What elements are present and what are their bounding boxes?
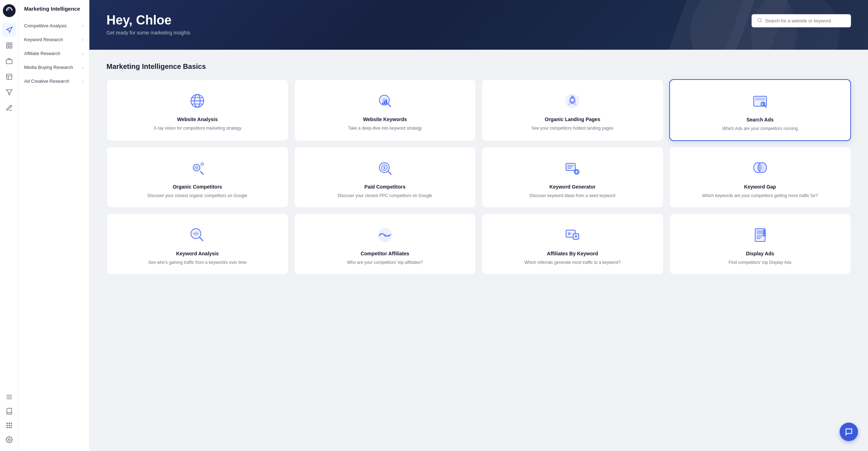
card-description: Take a deep-dive into keyword strategy bbox=[348, 125, 422, 131]
chevron-right-icon: › bbox=[82, 23, 83, 28]
book-nav-icon[interactable] bbox=[2, 404, 16, 418]
card-paid-competitors[interactable]: $ Paid Competitors Discover your closest… bbox=[294, 147, 476, 208]
svg-point-12 bbox=[9, 423, 10, 424]
svg-point-34 bbox=[571, 99, 574, 102]
card-display-ads[interactable]: Display Ads Find competitors' top Displa… bbox=[669, 213, 851, 275]
card-title: Organic Landing Pages bbox=[545, 116, 600, 122]
svg-rect-32 bbox=[386, 99, 387, 104]
settings-nav-icon[interactable] bbox=[2, 433, 16, 447]
svg-text:$: $ bbox=[762, 103, 763, 106]
sidebar-item-label: Ad Creative Research bbox=[24, 78, 69, 84]
card-website-analysis[interactable]: Website Analysis X-ray vision for compet… bbox=[106, 79, 289, 141]
grid-nav-icon[interactable] bbox=[2, 38, 16, 53]
card-title: Website Analysis bbox=[177, 116, 218, 122]
menu-nav-icon[interactable] bbox=[2, 390, 16, 404]
gap-icon bbox=[750, 158, 770, 178]
chat-fab-button[interactable] bbox=[840, 423, 858, 441]
svg-rect-36 bbox=[755, 98, 765, 100]
card-affiliates-by-keyword[interactable]: Affiliates By Keyword Which referrals ge… bbox=[482, 213, 664, 275]
card-description: Who are your competitors' top affiliates… bbox=[347, 259, 423, 266]
card-description: Discover your closest PPC competitors on… bbox=[338, 192, 432, 199]
card-title: Competitor Affiliates bbox=[361, 251, 409, 256]
svg-point-15 bbox=[9, 425, 10, 426]
card-organic-landing-pages[interactable]: Organic Landing Pages See your competito… bbox=[482, 79, 664, 141]
rocket-icon bbox=[562, 91, 582, 111]
chevron-right-icon: › bbox=[82, 79, 83, 84]
chart-nav-icon[interactable] bbox=[2, 70, 16, 84]
header-text: Hey, Chloe Get ready for some marketing … bbox=[106, 13, 191, 36]
svg-rect-3 bbox=[6, 46, 9, 48]
card-title: Display Ads bbox=[746, 251, 774, 256]
sidebar-item-media-buying-research[interactable]: Media Buying Research › bbox=[18, 60, 89, 74]
display-icon bbox=[750, 225, 770, 245]
sidebar-item-keyword-research[interactable]: Keyword Research › bbox=[18, 33, 89, 47]
sidebar-item-competitive-analysis[interactable]: Competitive Analysis › bbox=[18, 19, 89, 33]
search-chart-icon bbox=[375, 91, 395, 111]
card-title: Keyword Gap bbox=[744, 184, 776, 190]
card-search-ads[interactable]: $ Search Ads Which Ads are your competit… bbox=[669, 79, 851, 141]
sidebar-item-affiliate-research[interactable]: Affiliate Research › bbox=[18, 47, 89, 60]
sidebar-item-label: Keyword Research bbox=[24, 37, 63, 42]
card-title: Affiliates By Keyword bbox=[547, 251, 598, 256]
card-description: Which keywords are your competitors gett… bbox=[702, 192, 818, 199]
svg-rect-2 bbox=[10, 43, 12, 45]
search-input[interactable] bbox=[765, 18, 845, 23]
main-content: Hey, Chloe Get ready for some marketing … bbox=[89, 0, 868, 451]
search-box[interactable] bbox=[752, 14, 851, 27]
card-description: Which referrals generate most traffic to… bbox=[524, 259, 621, 266]
svg-line-29 bbox=[388, 104, 391, 107]
chevron-right-icon: › bbox=[82, 65, 83, 70]
pen-nav-icon[interactable] bbox=[2, 101, 16, 115]
svg-point-21 bbox=[758, 18, 761, 22]
sidebar-item-ad-creative-research[interactable]: Ad Creative Research › bbox=[18, 74, 89, 88]
nav-sidebar: Marketing Intelligence Competitive Analy… bbox=[18, 0, 89, 451]
svg-point-13 bbox=[11, 423, 12, 424]
filter-nav-icon[interactable] bbox=[2, 85, 16, 99]
svg-point-67 bbox=[384, 234, 386, 236]
keyword-gen-icon bbox=[562, 158, 582, 178]
card-description: See who's gaining traffic from a keyword… bbox=[148, 259, 247, 266]
globe-icon bbox=[187, 91, 207, 111]
card-keyword-gap[interactable]: Keyword Gap Which keywords are your comp… bbox=[669, 147, 851, 208]
megaphone-nav-icon[interactable] bbox=[2, 23, 16, 37]
sidebar-title: Marketing Intelligence bbox=[18, 6, 89, 19]
svg-point-16 bbox=[11, 425, 12, 426]
handshake-icon bbox=[375, 225, 395, 245]
card-description: Which Ads are your competitors running bbox=[722, 125, 798, 132]
svg-rect-30 bbox=[382, 102, 384, 104]
sidebar-item-label: Media Buying Research bbox=[24, 65, 73, 70]
section-title: Marketing Intelligence Basics bbox=[106, 63, 851, 71]
card-title: Keyword Analysis bbox=[176, 251, 219, 256]
sidebar-item-label: Competitive Analysis bbox=[24, 23, 67, 28]
svg-line-50 bbox=[388, 172, 391, 174]
card-organic-competitors[interactable]: Organic Competitors Discover your closes… bbox=[106, 147, 289, 208]
svg-marker-7 bbox=[6, 90, 12, 95]
logo-icon[interactable] bbox=[3, 4, 16, 17]
greeting-title: Hey, Chloe bbox=[106, 13, 191, 28]
svg-point-70 bbox=[568, 232, 571, 235]
svg-line-62 bbox=[199, 237, 203, 241]
svg-text:$: $ bbox=[383, 165, 385, 170]
svg-point-19 bbox=[11, 427, 12, 428]
card-website-keywords[interactable]: Website Keywords Take a deep-dive into k… bbox=[294, 79, 476, 141]
greeting-subtitle: Get ready for some marketing insights bbox=[106, 30, 191, 36]
icon-sidebar-bottom bbox=[2, 390, 16, 447]
briefcase-nav-icon[interactable] bbox=[2, 54, 16, 68]
chevron-right-icon: › bbox=[82, 51, 83, 56]
card-keyword-analysis[interactable]: Keyword Analysis See who's gaining traff… bbox=[106, 213, 289, 275]
chevron-right-icon: › bbox=[82, 37, 83, 42]
card-title: Website Keywords bbox=[363, 116, 407, 122]
apps-nav-icon[interactable] bbox=[2, 418, 16, 433]
card-title: Paid Competitors bbox=[364, 184, 406, 190]
svg-rect-5 bbox=[6, 60, 12, 64]
svg-point-14 bbox=[6, 425, 7, 426]
card-description: Find competitors' top Display Ads bbox=[729, 259, 791, 266]
card-keyword-generator[interactable]: Keyword Generator Discover keyword ideas… bbox=[482, 147, 664, 208]
svg-rect-31 bbox=[384, 101, 385, 104]
card-description: Discover keyword ideas from a seed keywo… bbox=[530, 192, 615, 199]
svg-rect-4 bbox=[10, 46, 12, 48]
card-competitor-affiliates[interactable]: Competitor Affiliates Who are your compe… bbox=[294, 213, 476, 275]
card-description: X-ray vision for competitors marketing s… bbox=[154, 125, 241, 131]
magnify-icon bbox=[187, 225, 207, 245]
svg-point-11 bbox=[6, 423, 7, 424]
